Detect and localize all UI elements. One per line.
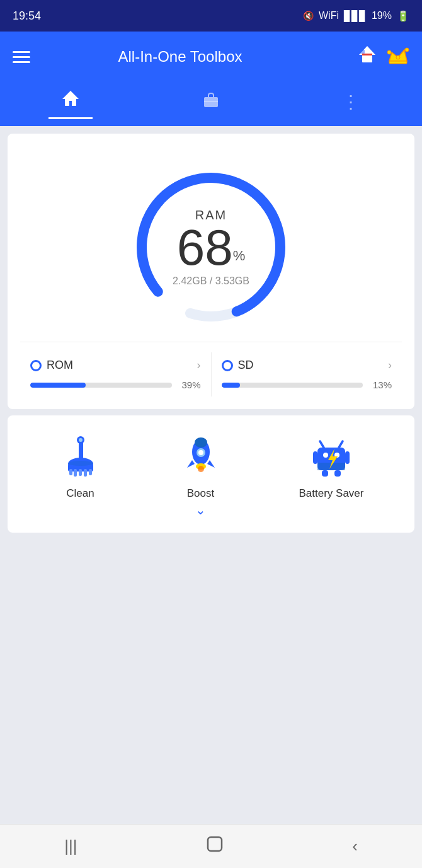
- battery-saver-icon: [309, 434, 353, 478]
- svg-point-6: [387, 50, 391, 54]
- tab-home[interactable]: [48, 84, 93, 119]
- storage-rom-header: ROM ›: [30, 359, 201, 372]
- home-tab-icon: [61, 89, 80, 112]
- rom-label-row: ROM: [30, 359, 73, 372]
- svg-rect-3: [362, 54, 372, 55]
- gauge-wrapper: RAM 68% 2.42GB / 3.53GB: [129, 165, 293, 329]
- more-tab-icon: ⋮: [342, 91, 361, 112]
- svg-marker-9: [62, 91, 79, 106]
- svg-rect-20: [84, 469, 87, 477]
- nav-back[interactable]: ‹: [339, 830, 370, 862]
- svg-point-22: [68, 461, 93, 466]
- svg-point-32: [323, 453, 328, 458]
- svg-rect-2: [360, 50, 365, 54]
- svg-rect-19: [79, 469, 82, 476]
- sd-bar-bg: [222, 383, 363, 388]
- tab-bar: ⋮: [0, 82, 422, 126]
- status-bar: 19:54 🔇 WiFi ▊▊▊ 19% 🔋: [0, 0, 422, 32]
- gauge-center: RAM 68% 2.42GB / 3.53GB: [173, 208, 249, 287]
- tab-more[interactable]: ⋮: [329, 86, 374, 117]
- signal-icon: ▊▊▊: [344, 10, 367, 22]
- boost-label: Boost: [187, 487, 214, 500]
- clean-action[interactable]: Clean: [59, 434, 103, 500]
- app-title: All-In-One Toolbox: [43, 48, 317, 66]
- svg-rect-17: [69, 469, 72, 475]
- rom-label: ROM: [47, 359, 73, 372]
- sd-percent: 13%: [369, 379, 392, 390]
- back-icon: ‹: [352, 836, 358, 856]
- app-bar: All-In-One Toolbox: [0, 32, 422, 82]
- boost-action[interactable]: Boost ⌄: [179, 434, 223, 518]
- svg-point-8: [405, 48, 409, 52]
- battery-status: 19%: [372, 10, 392, 21]
- sd-circle-icon: [222, 360, 233, 371]
- rom-percent: 39%: [178, 379, 201, 390]
- svg-rect-10: [204, 97, 218, 107]
- main-content: RAM 68% 2.42GB / 3.53GB ROM ›: [0, 126, 422, 540]
- status-time: 19:54: [13, 9, 41, 23]
- storage-sd-header: SD ›: [222, 359, 392, 372]
- svg-point-28: [198, 450, 203, 455]
- svg-rect-40: [322, 470, 328, 477]
- svg-rect-39: [345, 451, 350, 464]
- app-bar-icons: [355, 42, 409, 71]
- ram-percent-sign: %: [233, 248, 246, 263]
- boost-indicator: Boost ⌄: [187, 487, 214, 518]
- nav-recent[interactable]: |||: [52, 830, 89, 862]
- recent-apps-icon: |||: [64, 836, 77, 856]
- sd-label-row: SD: [222, 359, 254, 372]
- ram-card: RAM 68% 2.42GB / 3.53GB ROM ›: [8, 134, 414, 409]
- nav-home[interactable]: [193, 829, 236, 864]
- rom-bar-row: 39%: [30, 379, 201, 390]
- rom-bar-bg: [30, 383, 172, 388]
- svg-rect-38: [313, 451, 317, 464]
- sd-chevron: ›: [388, 359, 392, 372]
- status-icons: 🔇 WiFi ▊▊▊ 19% 🔋: [303, 10, 409, 22]
- boost-icon: [179, 434, 223, 478]
- rom-circle-icon: [30, 360, 42, 371]
- sd-bar-row: 13%: [222, 379, 392, 390]
- svg-rect-41: [334, 470, 341, 477]
- battery-saver-label: Battery Saver: [299, 487, 364, 500]
- ram-percent: 68: [177, 219, 233, 275]
- storage-rom[interactable]: ROM › 39%: [20, 352, 212, 396]
- svg-point-26: [195, 437, 207, 448]
- ram-sub: 2.42GB / 3.53GB: [173, 275, 249, 287]
- svg-rect-42: [208, 837, 222, 851]
- battery-icon: 🔋: [397, 10, 409, 22]
- briefcase-tab-icon: [202, 90, 220, 113]
- svg-line-35: [339, 441, 343, 448]
- wifi-icon: WiFi: [319, 10, 339, 21]
- svg-point-24: [79, 438, 83, 442]
- boost-chevron-icon: ⌄: [195, 502, 206, 518]
- tab-briefcase[interactable]: [189, 85, 233, 119]
- clean-icon: [59, 434, 103, 478]
- mute-icon: 🔇: [303, 11, 314, 21]
- svg-point-7: [396, 55, 400, 59]
- rom-bar-fill: [30, 383, 86, 388]
- svg-rect-5: [389, 61, 407, 64]
- svg-rect-18: [74, 469, 77, 477]
- sd-bar-fill: [222, 383, 240, 388]
- sd-label: SD: [238, 359, 254, 372]
- home-nav-icon: [206, 835, 224, 857]
- menu-button[interactable]: [13, 51, 30, 63]
- battery-saver-action[interactable]: Battery Saver: [299, 434, 364, 500]
- actions-card: Clean: [8, 415, 414, 533]
- svg-point-30: [198, 466, 204, 472]
- storage-sd[interactable]: SD › 13%: [212, 352, 402, 396]
- clean-label: Clean: [66, 487, 94, 500]
- ram-gauge-container: RAM 68% 2.42GB / 3.53GB: [20, 153, 402, 342]
- windmill-icon[interactable]: [355, 42, 379, 71]
- svg-rect-21: [89, 469, 92, 475]
- crown-icon[interactable]: [387, 43, 409, 71]
- nav-bar: ||| ‹: [0, 824, 422, 868]
- svg-line-34: [320, 441, 324, 448]
